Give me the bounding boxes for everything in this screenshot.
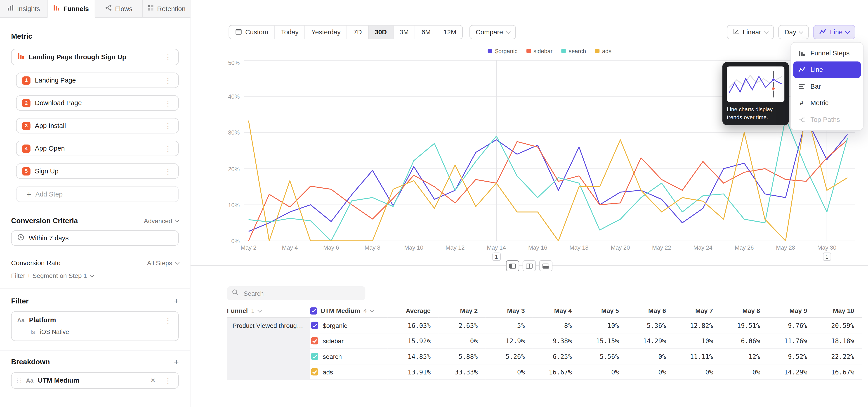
conversion-rate-label: Conversion Rate: [11, 259, 61, 267]
value-cell: 0%: [627, 364, 674, 380]
funnel-column-header[interactable]: Funnel1: [227, 304, 310, 317]
date-column-header[interactable]: May 6: [627, 304, 674, 317]
y-axis-label: 30%: [228, 129, 240, 136]
breakdown-column-header[interactable]: UTM Medium4: [310, 304, 388, 317]
layout-split-bottom-button[interactable]: [539, 260, 553, 271]
funnel-step-3[interactable]: 3 App Install ⋮: [16, 118, 179, 134]
breakdown-property-card[interactable]: ⋮⋮ Aa UTM Medium ✕ ⋮: [11, 372, 179, 389]
kebab-menu-icon[interactable]: ⋮: [163, 377, 173, 384]
drag-handle-icon[interactable]: ⋮⋮: [15, 378, 22, 383]
annotation-badge[interactable]: 1: [492, 253, 501, 261]
linear-scale-icon: [733, 28, 739, 36]
annotation-badge[interactable]: 1: [823, 253, 831, 261]
date-column-header[interactable]: May 7: [674, 304, 721, 317]
search-input[interactable]: [243, 289, 361, 297]
date-range-7d[interactable]: 7D: [347, 26, 368, 39]
filter-segment-dropdown[interactable]: Filter + Segment on Step 1: [11, 273, 179, 279]
flows-icon: [105, 4, 112, 13]
compare-button[interactable]: Compare: [470, 25, 516, 39]
date-range-3m[interactable]: 3M: [393, 26, 415, 39]
value-cell: 14.29%: [627, 333, 674, 349]
calendar-icon: [235, 28, 242, 36]
chart-type-button[interactable]: Line: [813, 25, 855, 39]
series-checkbox[interactable]: [311, 353, 318, 360]
date-column-header[interactable]: May 5: [580, 304, 627, 317]
menu-item-metric[interactable]: # Metric: [793, 95, 861, 111]
all-steps-dropdown[interactable]: All Steps: [147, 260, 179, 267]
funnel-step-2[interactable]: 2 Download Page ⋮: [16, 95, 179, 111]
conversion-window-card[interactable]: Within 7 days: [11, 230, 179, 246]
date-range-today[interactable]: Today: [275, 26, 305, 39]
date-column-header[interactable]: May 2: [438, 304, 486, 317]
kebab-menu-icon[interactable]: ⋮: [163, 145, 173, 152]
date-range-12m[interactable]: 12M: [437, 26, 463, 39]
filter-property-card[interactable]: Aa Platform ⋮ Is iOS Native: [11, 311, 179, 341]
remove-breakdown-icon[interactable]: ✕: [151, 377, 156, 384]
date-range-6m[interactable]: 6M: [415, 26, 437, 39]
metric-icon: #: [798, 99, 805, 107]
legend-swatch: [561, 49, 566, 53]
granularity-button[interactable]: Day: [778, 25, 809, 39]
tab-insights[interactable]: Insights: [0, 0, 48, 18]
y-axis-label: 50%: [228, 59, 240, 66]
table-row: ads13.91%33.33%0%16.67%0%0%0%0%14.29%16.…: [227, 364, 862, 380]
legend-item[interactable]: search: [561, 48, 586, 54]
x-axis-label: May 10: [404, 244, 423, 251]
retention-icon: [147, 4, 154, 13]
legend-swatch: [526, 49, 531, 53]
kebab-menu-icon[interactable]: ⋮: [163, 77, 173, 84]
kebab-menu-icon[interactable]: ⋮: [163, 122, 173, 129]
date-column-header[interactable]: May 9: [768, 304, 815, 317]
kebab-menu-icon[interactable]: ⋮: [163, 167, 173, 175]
layout-split-right-button[interactable]: [523, 260, 536, 271]
x-axis-label: May 2: [241, 244, 256, 251]
menu-item-funnel-steps[interactable]: Funnel Steps: [793, 45, 861, 61]
date-column-header[interactable]: May 10: [815, 304, 862, 317]
average-cell: 15.92%: [388, 333, 438, 349]
scale-button[interactable]: Linear: [727, 25, 774, 39]
layout-split-left-button[interactable]: [506, 260, 519, 271]
funnel-step-4[interactable]: 4 App Open ⋮: [16, 140, 179, 156]
value-cell: 16.67%: [532, 364, 580, 380]
date-range-custom[interactable]: Custom: [229, 26, 275, 39]
tab-flows[interactable]: Flows: [95, 0, 143, 18]
series-checkbox[interactable]: [311, 322, 318, 329]
date-range-30d[interactable]: 30D: [368, 26, 393, 39]
legend-item[interactable]: $organic: [488, 48, 518, 54]
kebab-menu-icon[interactable]: ⋮: [163, 317, 173, 324]
add-filter-button[interactable]: +: [174, 297, 179, 305]
y-axis-label: 40%: [228, 93, 240, 100]
funnel-step-5[interactable]: 5 Sign Up ⋮: [16, 163, 179, 179]
series-checkbox[interactable]: [311, 368, 318, 376]
add-step-button[interactable]: + Add Step: [16, 186, 179, 202]
add-breakdown-button[interactable]: +: [174, 358, 179, 366]
series-label-cell: search: [310, 349, 388, 364]
date-range-yesterday[interactable]: Yesterday: [305, 26, 347, 39]
date-column-header[interactable]: May 4: [532, 304, 580, 317]
funnel-card[interactable]: Landing Page through Sign Up ⋮: [11, 49, 179, 65]
tab-retention[interactable]: Retention: [143, 0, 191, 18]
step-label: App Open: [35, 145, 159, 152]
funnel-cell[interactable]: Product Viewed through P...: [227, 317, 310, 379]
filter-value[interactable]: iOS Native: [40, 328, 69, 335]
value-cell: 10%: [580, 317, 627, 333]
menu-item-line[interactable]: Line: [793, 62, 861, 78]
value-cell: 22.22%: [815, 349, 862, 364]
date-column-header[interactable]: May 3: [486, 304, 532, 317]
funnel-step-1[interactable]: 1 Landing Page ⋮: [16, 72, 179, 88]
menu-item-bar[interactable]: Bar: [793, 78, 861, 95]
date-column-header[interactable]: May 8: [721, 304, 768, 317]
table-search[interactable]: [227, 286, 365, 300]
advanced-dropdown[interactable]: Advanced: [144, 217, 179, 224]
x-axis-label: May 12: [445, 244, 465, 251]
legend-item[interactable]: sidebar: [526, 48, 553, 54]
main-panel: Custom Today Yesterday 7D 30D 3M 6M 12M …: [190, 0, 868, 407]
kebab-menu-icon[interactable]: ⋮: [163, 99, 173, 107]
series-checkbox[interactable]: [311, 337, 318, 344]
tab-funnels[interactable]: Funnels: [48, 0, 95, 18]
x-axis-label: May 4: [282, 244, 298, 251]
kebab-menu-icon[interactable]: ⋮: [163, 53, 173, 61]
legend-item[interactable]: ads: [595, 48, 612, 54]
filter-operator[interactable]: Is: [31, 328, 35, 335]
select-all-checkbox[interactable]: [310, 307, 317, 314]
